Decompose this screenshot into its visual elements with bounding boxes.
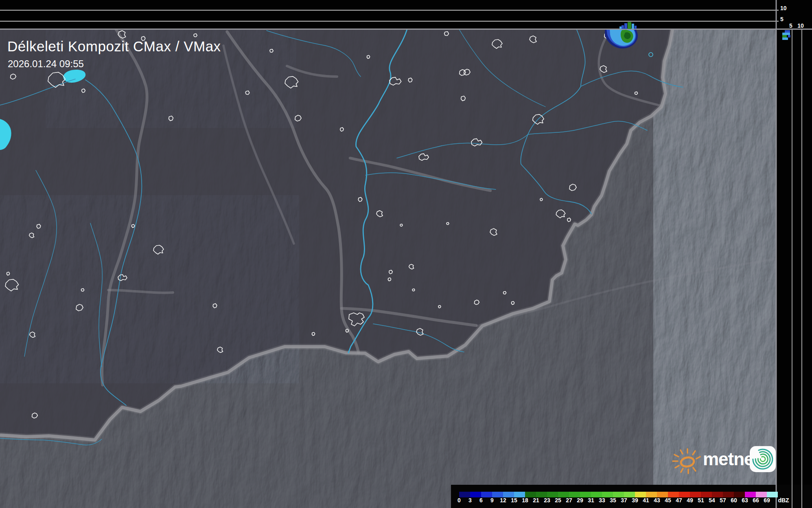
metnet-logo: metnet [670, 443, 779, 477]
right-profile-panel [777, 0, 812, 508]
map-layer [0, 29, 777, 508]
colorbar-cell [558, 492, 569, 497]
page-title: Délkeleti Kompozit CMax / VMax [7, 38, 221, 55]
colorbar-cell [712, 492, 723, 497]
colorbar-tick-label: 6 [479, 497, 483, 504]
colorbar-cell [701, 492, 712, 497]
right-axis-tick-label: 5 [789, 22, 792, 29]
colorbar-tick-label: 18 [522, 497, 528, 504]
colorbar-cell [613, 492, 624, 497]
colorbar-tick-label: 27 [566, 497, 572, 504]
colorbar-unit-label: dBZ [778, 497, 789, 504]
colorbar-cell [690, 492, 701, 497]
colorbar-cell [668, 492, 679, 497]
echo-side-profile-mark [782, 35, 787, 37]
colorbar-tick-label: 9 [490, 497, 494, 504]
echo-top-profile-mark [635, 26, 637, 29]
radar-composite-map: 105510 036912151821232527293133353739414… [0, 0, 812, 508]
echo-top-profile-mark [632, 24, 634, 29]
colorbar-tick-label: 43 [654, 497, 660, 504]
colorbar-tick-label: 57 [720, 497, 726, 504]
colorbar-cell [635, 492, 646, 497]
colorbar-tick-label: 47 [676, 497, 682, 504]
echo-side-profile-mark [782, 33, 790, 35]
colorbar-cell [646, 492, 657, 497]
colorbar-tick-label: 60 [731, 497, 737, 504]
colorbar-cell [481, 492, 492, 497]
colorbar-tick-label: 25 [555, 497, 561, 504]
colorbar-tick-label: 23 [544, 497, 550, 504]
colorbar-tick-label: 41 [643, 497, 649, 504]
colorbar-cell [734, 492, 745, 497]
colorbar-tick-label: 66 [753, 497, 759, 504]
echo-top-profile-mark [619, 26, 622, 29]
colorbar-cell [459, 492, 470, 497]
colorbar-cell [657, 492, 668, 497]
colorbar-tick-label: 63 [742, 497, 748, 504]
colorbar-cell [767, 492, 778, 497]
right-axis-tick-label: 10 [797, 22, 804, 29]
colorbar-cell [547, 492, 558, 497]
colorbar-cell [492, 492, 503, 497]
echo-top-profile-mark [622, 25, 624, 29]
terrain-texture-sw [0, 204, 285, 375]
colorbar-tick-label: 51 [698, 497, 704, 504]
colorbar-cell [569, 492, 580, 497]
colorbar-tick-label: 21 [533, 497, 539, 504]
top-axis-tick-label: 5 [780, 16, 784, 22]
colorbar-cell [723, 492, 734, 497]
colorbar-tick-label: 37 [621, 497, 627, 504]
echo-top-profile-mark [628, 22, 631, 29]
colorbar-cell [525, 492, 536, 497]
colorbar-cell [470, 492, 481, 497]
colorbar-tick-label: 31 [588, 497, 594, 504]
top-profile-panel [0, 0, 777, 29]
colorbar-tick-label: 35 [610, 497, 616, 504]
colorbar-tick-label: 0 [457, 497, 461, 504]
colorbar-cell [756, 492, 767, 497]
colorbar-tick-label: 3 [468, 497, 472, 504]
colorbar-tick-label: 12 [500, 497, 506, 504]
colorbar-tick-label: 33 [599, 497, 605, 504]
colorbar-cell [745, 492, 756, 497]
colorbar-cell [602, 492, 613, 497]
metnet-app-icon [749, 446, 776, 473]
top-axis-tick-label: 10 [780, 5, 787, 11]
echo-side-profile-mark [785, 30, 790, 33]
sun-icon [670, 443, 703, 477]
echo-top-profile-mark [624, 23, 627, 29]
colorbar-cell [503, 492, 514, 497]
colorbar-cell [514, 492, 525, 497]
colorbar-tick-label: 45 [665, 497, 671, 504]
colorbar-cell [679, 492, 690, 497]
colorbar-tick-label: 49 [687, 497, 693, 504]
echo-side-profile-mark [782, 37, 788, 40]
colorbar-tick-label: 29 [577, 497, 583, 504]
colorbar-tick-label: 54 [709, 497, 715, 504]
colorbar-cell [536, 492, 547, 497]
colorbar-cell [591, 492, 602, 497]
colorbar-cell [580, 492, 591, 497]
colorbar-tick-label: 39 [632, 497, 638, 504]
timestamp: 2026.01.24 09:55 [8, 58, 84, 70]
colorbar-tick-label: 15 [511, 497, 517, 504]
colorbar-tick-label: 69 [764, 497, 770, 504]
echo-side-profile-mark [788, 35, 790, 37]
radar-viewer: 105510 036912151821232527293133353739414… [0, 0, 812, 508]
colorbar-cell [624, 492, 635, 497]
